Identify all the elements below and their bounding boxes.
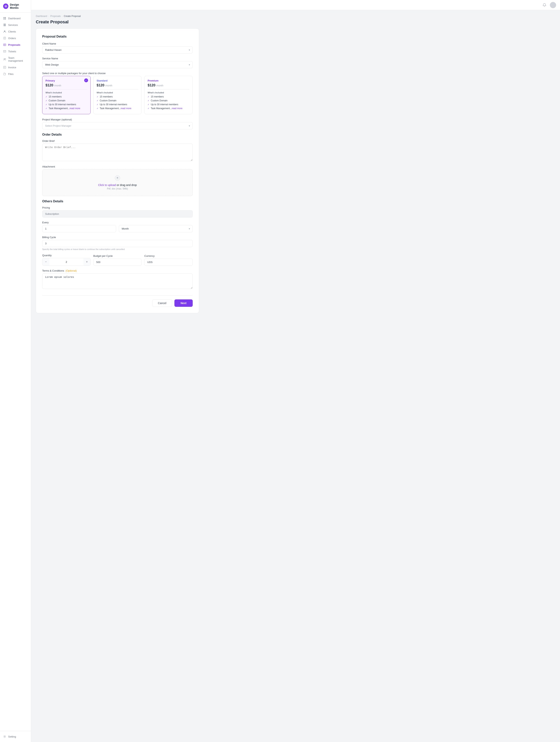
check-icon-p3: ✓ — [46, 103, 47, 106]
quantity-budget-currency-row: Quantity − 2 + Budget per Cycle Currency — [42, 254, 193, 266]
pricing-group: Pricing Subscription — [42, 206, 193, 217]
svg-rect-3 — [3, 18, 4, 19]
package-primary-feature2: Custom Domain — [49, 99, 65, 102]
order-brief-group: Order Brief — [42, 140, 193, 162]
sidebar-item-clients[interactable]: Clients — [0, 28, 31, 35]
pricing-label: Pricing — [42, 206, 193, 209]
svg-point-8 — [4, 31, 5, 32]
check-icon-p2: ✓ — [46, 99, 47, 102]
drag-drop-text: or drag and drop — [117, 183, 137, 187]
read-more-primary[interactable]: read more — [70, 107, 80, 110]
topbar — [31, 0, 560, 10]
sidebar-item-invoice[interactable]: Invoice — [0, 64, 31, 71]
every-row: Day Week Month Year — [42, 225, 193, 232]
packages-label: Select one or multiple packages for your… — [42, 72, 193, 75]
sidebar-item-setting[interactable]: Setting — [3, 733, 28, 740]
terms-textarea[interactable]: Lorem epsum solores — [42, 273, 193, 289]
sidebar-item-files-label: Files — [8, 72, 13, 75]
check-icon-p1: ✓ — [46, 96, 47, 98]
billing-cycle-input[interactable] — [42, 240, 193, 247]
sidebar-item-files[interactable]: Files — [0, 71, 31, 77]
breadcrumb-proposals[interactable]: Proposals — [50, 15, 61, 17]
quantity-increase-button[interactable]: + — [83, 258, 91, 266]
check-icon-s3: ✓ — [97, 103, 98, 106]
package-primary-feature1: 15 members — [49, 95, 62, 98]
pm-select[interactable]: Select Project Manager — [42, 122, 193, 129]
team-icon — [3, 58, 6, 61]
check-icon-s1: ✓ — [97, 96, 98, 98]
check-icon-pr1: ✓ — [148, 96, 149, 98]
svg-rect-1 — [3, 17, 4, 18]
sidebar-item-orders[interactable]: Orders — [0, 35, 31, 42]
packages-grid: ✓ Primary $120 /month What's Included ✓ … — [42, 76, 193, 114]
package-premium-included: What's Included — [148, 92, 189, 94]
package-premium-divider — [148, 89, 189, 90]
package-standard-price: $120 — [97, 83, 104, 87]
check-icon-pr3: ✓ — [148, 103, 149, 106]
sidebar-item-team[interactable]: Team management — [0, 55, 31, 64]
check-icon-p4: ✓ — [46, 107, 47, 110]
package-primary[interactable]: ✓ Primary $120 /month What's Included ✓ … — [42, 76, 91, 114]
svg-rect-4 — [5, 18, 6, 19]
attachment-dropzone[interactable]: Click to upload or drag and drop Pdf, do… — [42, 169, 193, 196]
package-premium[interactable]: Premium $120 /month What's Included ✓ 15… — [144, 76, 193, 114]
sidebar: Design Monks Dashboard Services Clients — [0, 0, 31, 742]
budget-label: Budget per Cycle — [93, 255, 142, 257]
package-standard[interactable]: Standard $120 /month What's Included ✓ 1… — [93, 76, 142, 114]
order-brief-textarea[interactable] — [42, 144, 193, 161]
package-premium-f3: ✓ Up to 30 internal members — [148, 103, 189, 106]
every-number-input[interactable] — [42, 225, 116, 232]
package-premium-feature2: Custom Domain — [151, 99, 167, 102]
billing-cycle-label: Billing Cycle — [42, 236, 193, 239]
service-name-select[interactable]: Web Design — [42, 61, 193, 68]
quantity-decrease-button[interactable]: − — [42, 258, 49, 266]
currency-input[interactable] — [144, 259, 193, 266]
sidebar-item-services-label: Services — [8, 23, 18, 26]
budget-input[interactable] — [93, 259, 142, 266]
quantity-control: − 2 + — [42, 258, 91, 266]
upload-icon — [48, 175, 187, 182]
sidebar-item-dashboard[interactable]: Dashboard — [0, 15, 31, 21]
breadcrumb: Dashboard › Proposals › Create Proposal — [36, 15, 555, 17]
logo-text: Design Monks — [10, 3, 28, 9]
svg-rect-2 — [5, 17, 6, 18]
package-primary-f1: ✓ 15 members — [46, 95, 87, 98]
read-more-standard[interactable]: read more — [121, 107, 131, 110]
package-primary-divider — [46, 89, 87, 90]
package-primary-f2: ✓ Custom Domain — [46, 99, 87, 102]
sidebar-item-tickets-label: Tickets — [8, 50, 16, 53]
sidebar-item-tickets[interactable]: Tickets — [0, 48, 31, 55]
sidebar-item-proposals[interactable]: Proposals — [0, 42, 31, 48]
package-standard-included: What's Included — [97, 92, 138, 94]
svg-rect-6 — [3, 25, 6, 25]
sidebar-item-services[interactable]: Services — [0, 21, 31, 28]
read-more-premium[interactable]: read more — [172, 107, 182, 110]
package-premium-price: $120 — [148, 83, 155, 87]
every-group: Every Day Week Month Year — [42, 221, 193, 232]
avatar[interactable] — [550, 2, 556, 8]
every-period-wrapper: Day Week Month Year — [119, 225, 193, 232]
clients-icon — [3, 30, 6, 33]
svg-rect-7 — [3, 25, 6, 26]
cancel-button[interactable]: Cancel — [152, 300, 172, 307]
notification-icon[interactable] — [541, 2, 548, 8]
svg-point-24 — [4, 736, 5, 737]
package-standard-f2: ✓ Custom Domain — [97, 99, 138, 102]
client-name-label: Client Name — [42, 42, 193, 45]
check-icon-s4: ✓ — [97, 107, 98, 110]
package-standard-price-row: $120 /month — [97, 83, 138, 87]
client-name-select[interactable]: Rakibul Hasan — [42, 46, 193, 53]
breadcrumb-create: Create Proposal — [64, 15, 81, 17]
click-to-upload[interactable]: Click to upload — [98, 183, 116, 187]
client-name-select-wrapper: Rakibul Hasan — [42, 46, 193, 53]
pm-select-wrapper: Select Project Manager — [42, 122, 193, 129]
pm-group: Project Manager (optional) Select Projec… — [42, 118, 193, 129]
package-standard-period: /month — [105, 84, 112, 87]
package-standard-f1: ✓ 15 members — [97, 95, 138, 98]
logo-icon — [3, 3, 8, 9]
every-period-select[interactable]: Day Week Month Year — [119, 225, 193, 232]
next-button[interactable]: Next — [174, 300, 193, 307]
breadcrumb-dashboard[interactable]: Dashboard — [36, 15, 47, 17]
currency-label: Currency — [144, 255, 193, 257]
page-title: Create Proposal — [36, 19, 555, 24]
